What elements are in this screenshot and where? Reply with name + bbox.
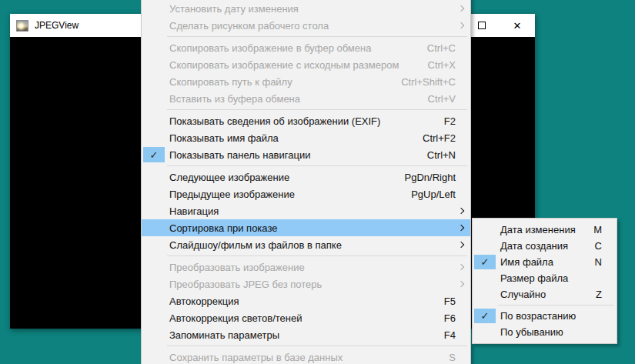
menu-item-label: Имя файла [500,256,553,268]
menu-item-shortcut: F5 [430,296,456,307]
checkmark-icon: ✓ [143,147,165,162]
menu-item-label: Скопировать путь к файлу [169,76,292,88]
checkmark-icon: ✓ [474,255,496,269]
menu-item-label: Скопировать изображение в буфер обмена [169,42,371,54]
submenu-arrow-icon [458,5,464,12]
menu-item-copy-image-original-size[interactable]: ✓ Скопировать изображение с исходным раз… [142,56,470,73]
submenu-arrow-icon [458,242,464,248]
menu-item-navigation[interactable]: ✓ Навигация [142,202,470,219]
menu-item-label: Вставить из буфера обмена [169,93,300,105]
menu-item-copy-image-to-clipboard[interactable]: ✓ Скопировать изображение в буфер обмена… [142,39,470,56]
menu-item-show-file-name[interactable]: ✓ Показывать имя файла Ctrl+F2 [142,129,470,146]
submenu-arrow-icon [458,225,464,231]
menu-item-label: Преобразовать JPEG без потерь [169,279,322,290]
menu-item-shortcut: Ctrl+N [413,149,456,161]
menu-item-label: Сделать рисунком рабочего стола [169,20,329,32]
window-title: JPEGView [35,20,79,31]
menu-item-shortcut: PgUp/Left [397,189,456,200]
menu-item-label: Скопировать изображение с исходным разме… [169,59,399,71]
titlebar-buttons: ✕ [464,14,535,37]
menu-item-sort-by-file-name[interactable]: ✓ Имя файла N [473,254,617,270]
context-menu: ✓ Установить дату изменения ✓ Сделать ри… [141,0,471,364]
menu-item-label: Сохранить параметры в базе данных [169,352,343,363]
menu-item-shortcut: F2 [430,115,456,127]
menu-item-label: Сортировка при показе [169,222,277,234]
menu-item-set-modification-date[interactable]: ✓ Установить дату изменения [142,0,470,17]
menu-separator [167,36,467,37]
menu-item-show-navigation-panel[interactable]: ✓ Показывать панель навигации Ctrl+N [142,146,470,163]
menu-item-shortcut: Ctrl+X [414,59,456,71]
menu-item-label: Размер файла [500,272,568,284]
menu-separator [167,255,467,256]
menu-item-auto-correction[interactable]: ✓ Автокоррекция F5 [142,292,470,309]
menu-item-label: Показывать сведения об изображении (EXIF… [169,115,380,127]
menu-item-sort-by-creation-date[interactable]: ✓ Дата создания C [473,238,617,254]
menu-item-remember-parameters[interactable]: ✓ Запоминать параметры F4 [142,326,470,343]
menu-item-label: Установить дату изменения [169,3,299,15]
menu-item-shortcut: C [581,240,602,252]
menu-item-sort-by-file-size[interactable]: ✓ Размер файла [473,270,617,286]
menu-item-label: По возрастанию [500,310,576,322]
close-icon: ✕ [513,21,522,31]
menu-item-label: Дата изменения [500,224,576,235]
menu-item-label: Автокоррекция светов/теней [169,312,302,324]
menu-item-paste-from-clipboard[interactable]: ✓ Вставить из буфера обмена Ctrl+V [142,90,470,107]
menu-item-shortcut: Z [582,289,602,300]
menu-item-sort-order[interactable]: ✓ Сортировка при показе [142,219,470,236]
menu-item-sort-descending[interactable]: ✓ По убыванию [473,324,617,340]
menu-item-shortcut: Ctrl+Shift+C [387,76,456,88]
submenu-arrow-icon [458,281,464,287]
maximize-icon [478,22,486,29]
menu-item-shortcut: N [581,256,602,268]
menu-item-shortcut: S [435,352,456,363]
menu-item-label: Навигация [169,205,219,217]
menu-item-next-image[interactable]: ✓ Следующее изображение PgDn/Right [142,169,470,185]
menu-item-label: По убыванию [500,326,563,338]
menu-item-label: Слайдшоу/фильм из файлов в папке [169,239,342,251]
desktop: JPEGView ✕ ✓ Установить дату изменения ✓… [0,0,635,364]
menu-item-sort-by-modification-date[interactable]: ✓ Дата изменения M [473,222,617,238]
submenu-arrow-icon [458,264,464,270]
menu-separator [498,305,613,306]
menu-item-show-image-info-exif[interactable]: ✓ Показывать сведения об изображении (EX… [142,112,470,129]
menu-item-lossless-jpeg-transform[interactable]: ✓ Преобразовать JPEG без потерь [142,276,470,292]
app-icon [16,20,28,32]
menu-item-label: Случайно [500,289,546,300]
menu-item-shortcut: M [580,224,602,235]
menu-item-set-as-desktop-wallpaper[interactable]: ✓ Сделать рисунком рабочего стола [142,17,470,34]
menu-item-save-parameters-to-database[interactable]: ✓ Сохранить параметры в базе данных S [142,349,470,364]
menu-separator [167,165,467,166]
menu-item-label: Показывать имя файла [169,132,279,144]
menu-item-process-image[interactable]: ✓ Преобразовать изображение [142,259,470,276]
menu-item-auto-correction-highlights-shadows[interactable]: ✓ Автокоррекция светов/теней F6 [142,309,470,326]
checkmark-icon: ✓ [474,309,496,323]
submenu-arrow-icon [458,22,464,28]
menu-item-label: Запоминать параметры [169,329,279,341]
menu-item-copy-file-path[interactable]: ✓ Скопировать путь к файлу Ctrl+Shift+C [142,73,470,90]
menu-item-previous-image[interactable]: ✓ Предыдущее изображение PgUp/Left [142,185,470,202]
menu-item-sort-random[interactable]: ✓ Случайно Z [473,286,617,302]
menu-item-label: Следующее изображение [169,172,289,183]
menu-item-label: Показывать панель навигации [169,149,310,161]
menu-item-shortcut: Ctrl+C [413,42,456,54]
menu-separator [167,346,467,346]
menu-item-label: Дата создания [500,240,568,252]
menu-item-sort-ascending[interactable]: ✓ По возрастанию [473,308,617,324]
sort-submenu: ✓ Дата изменения M ✓ Дата создания C ✓ И… [472,218,617,344]
menu-item-shortcut: F4 [430,329,456,341]
menu-item-shortcut: F6 [430,312,456,324]
close-button[interactable]: ✕ [500,14,535,37]
menu-item-label: Преобразовать изображение [169,262,305,273]
menu-item-slideshow-movie-from-folder[interactable]: ✓ Слайдшоу/фильм из файлов в папке [142,236,470,253]
menu-item-shortcut: Ctrl+V [414,93,456,105]
menu-item-label: Автокоррекция [169,296,239,307]
menu-item-label: Предыдущее изображение [169,189,295,200]
menu-item-shortcut: PgDn/Right [391,172,456,183]
submenu-arrow-icon [458,208,464,214]
menu-separator [167,109,467,110]
menu-item-shortcut: Ctrl+F2 [409,132,456,144]
